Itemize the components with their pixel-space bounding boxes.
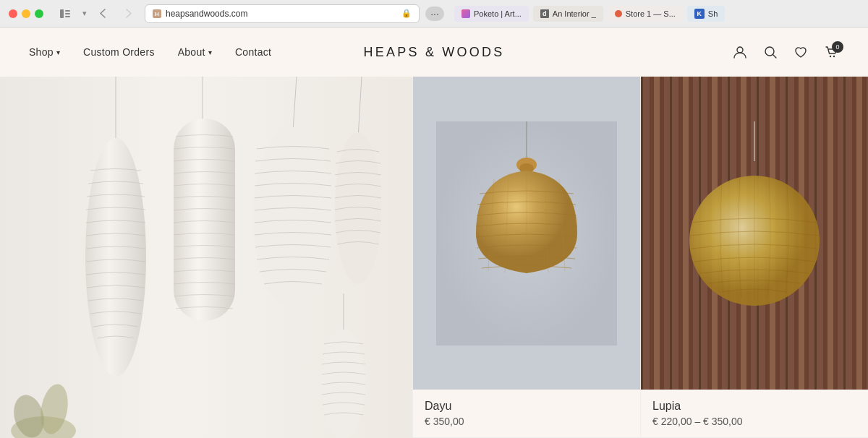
site-favicon: H bbox=[153, 9, 161, 18]
account-icon[interactable] bbox=[732, 44, 748, 60]
minimize-button[interactable] bbox=[22, 9, 30, 18]
svg-rect-0 bbox=[60, 9, 64, 18]
website: Shop ▾ Custom Orders About ▾ Contact HEA… bbox=[0, 27, 868, 438]
address-bar[interactable]: H heapsandwoods.com 🔒 bbox=[145, 4, 420, 23]
browser-tabs: Poketo | Art... d An Interior _ Store 1 … bbox=[454, 6, 725, 22]
tab-store[interactable]: Store 1 — S... bbox=[608, 6, 683, 22]
product-area: Dayu € 350,00 bbox=[0, 77, 868, 438]
tab-interior[interactable]: d An Interior _ bbox=[533, 6, 603, 22]
fullscreen-button[interactable] bbox=[35, 9, 43, 18]
tab-more-button[interactable]: ··· bbox=[425, 7, 444, 21]
product-grid: Dayu € 350,00 bbox=[412, 77, 868, 438]
back-button[interactable] bbox=[93, 6, 113, 22]
svg-rect-1 bbox=[65, 10, 70, 12]
main-nav: Shop ▾ Custom Orders About ▾ Contact HEA… bbox=[0, 27, 868, 77]
url-text: heapsandwoods.com bbox=[166, 9, 397, 19]
tab-k[interactable]: K Sh bbox=[687, 6, 725, 22]
hero-image bbox=[0, 77, 412, 438]
lupia-lamp-visual bbox=[641, 77, 868, 390]
lock-icon: 🔒 bbox=[401, 9, 412, 18]
lupia-product-price: € 220,00 – € 350,00 bbox=[652, 416, 856, 427]
svg-point-9 bbox=[830, 56, 831, 57]
svg-rect-2 bbox=[65, 13, 70, 14]
dayu-lamp-visual bbox=[413, 77, 640, 390]
product-card-dayu[interactable]: Dayu € 350,00 bbox=[412, 77, 640, 438]
cart-count-badge: 0 bbox=[832, 41, 843, 53]
dayu-product-info: Dayu € 350,00 bbox=[413, 390, 640, 437]
about-chevron-icon: ▾ bbox=[208, 48, 212, 56]
svg-point-10 bbox=[833, 56, 835, 57]
lupia-product-info: Lupia € 220,00 – € 350,00 bbox=[641, 390, 868, 437]
k-favicon: K bbox=[694, 9, 705, 19]
dayu-product-image bbox=[413, 77, 640, 390]
poketo-favicon bbox=[461, 9, 470, 18]
search-icon[interactable] bbox=[762, 44, 778, 60]
nav-contact[interactable]: Contact bbox=[235, 46, 271, 58]
store-favicon bbox=[615, 10, 622, 17]
tab-poketo[interactable]: Poketo | Art... bbox=[454, 6, 529, 22]
lupia-product-name: Lupia bbox=[652, 400, 856, 413]
wishlist-icon[interactable] bbox=[793, 44, 809, 60]
close-button[interactable] bbox=[9, 9, 17, 18]
traffic-lights bbox=[9, 9, 43, 18]
svg-point-21 bbox=[322, 327, 365, 438]
nav-shop[interactable]: Shop ▾ bbox=[29, 46, 60, 58]
svg-point-17 bbox=[85, 138, 146, 377]
nav-custom-orders[interactable]: Custom Orders bbox=[83, 46, 155, 58]
forward-button[interactable] bbox=[119, 6, 139, 22]
nav-about[interactable]: About ▾ bbox=[178, 46, 212, 58]
svg-point-19 bbox=[253, 127, 333, 308]
svg-rect-3 bbox=[65, 16, 70, 17]
product-card-lupia[interactable]: Lupia € 220,00 – € 350,00 bbox=[640, 77, 868, 438]
sidebar-toggle-icon[interactable] bbox=[55, 6, 75, 22]
cart-icon[interactable]: 0 bbox=[823, 44, 839, 60]
shop-chevron-icon: ▾ bbox=[56, 48, 60, 56]
svg-text:H: H bbox=[155, 11, 159, 17]
site-logo[interactable]: HEAPS & WOODS bbox=[363, 45, 504, 60]
dayu-product-name: Dayu bbox=[425, 400, 629, 413]
svg-line-8 bbox=[773, 55, 777, 59]
svg-point-6 bbox=[737, 47, 743, 53]
lupia-product-image bbox=[641, 77, 868, 390]
browser-chrome: ▾ H heapsandwoods.com 🔒 ··· Poketo | Art… bbox=[0, 0, 868, 27]
lanterns-container bbox=[0, 77, 412, 438]
interior-favicon: d bbox=[540, 9, 549, 18]
dayu-product-price: € 350,00 bbox=[425, 416, 629, 427]
svg-rect-18 bbox=[174, 119, 235, 321]
sidebar-chevron-icon[interactable]: ▾ bbox=[82, 9, 87, 18]
